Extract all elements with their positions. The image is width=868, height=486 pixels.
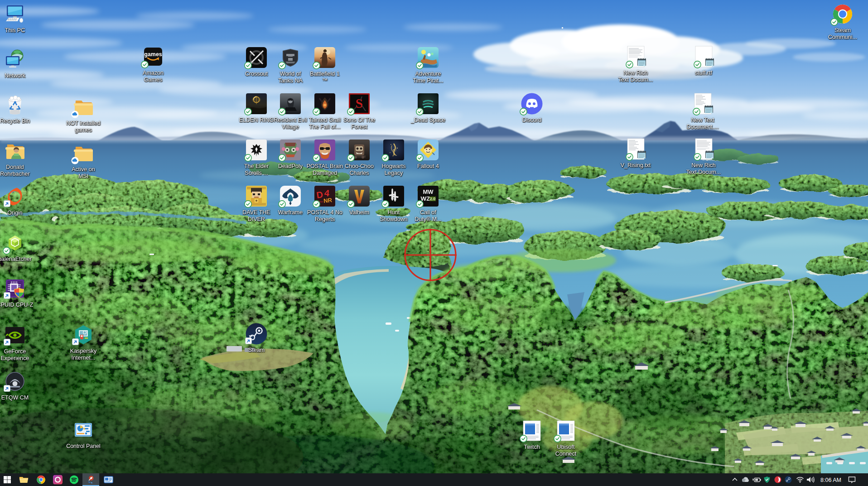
svg-text:2.0: 2.0 bbox=[430, 197, 435, 201]
svg-text:games: games bbox=[144, 51, 162, 58]
svg-text:MW: MW bbox=[423, 188, 434, 195]
svg-text:D: D bbox=[316, 189, 323, 200]
svg-text:NR: NR bbox=[323, 197, 333, 204]
svg-text:8:06 AM: 8:06 AM bbox=[820, 477, 841, 483]
